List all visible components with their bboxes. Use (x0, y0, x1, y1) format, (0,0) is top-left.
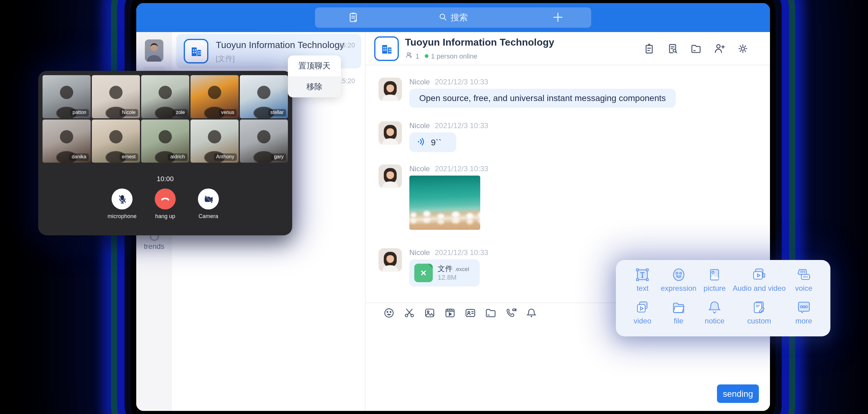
announcement-icon[interactable] (643, 42, 655, 55)
sender-avatar[interactable] (378, 164, 402, 188)
emoji-icon[interactable] (383, 307, 395, 319)
microphone-button[interactable]: microphone (100, 189, 144, 219)
participant-name: aldrich (168, 153, 187, 161)
panel-item-notice[interactable]: notice (696, 299, 733, 332)
chat-subtitle: 1 1 person online (405, 51, 477, 60)
sender-name: Nicole (409, 164, 430, 173)
company-avatar (374, 36, 399, 61)
message-time: 2021/12/3 10:33 (435, 164, 489, 173)
file-bubble[interactable]: 文件 .excel 12.8M (409, 259, 479, 286)
send-button[interactable]: sending (717, 384, 759, 403)
participant-name: patton (70, 109, 89, 117)
notification-icon[interactable] (525, 307, 537, 319)
panel-item-video[interactable]: video (624, 299, 660, 332)
participant-tile[interactable]: venus (190, 75, 239, 118)
participant-tile[interactable]: stellar (240, 75, 288, 118)
hang-up-icon (155, 189, 176, 210)
sender-name: Nicole (409, 121, 430, 130)
participant-tile[interactable]: danika (42, 120, 91, 163)
sender-avatar[interactable] (378, 77, 402, 101)
participant-name: Nicole (120, 109, 138, 117)
building-icon (189, 44, 204, 59)
panel-item-picture[interactable]: picture (696, 267, 733, 299)
message-type-panel: text expression picture Audio and video (616, 260, 830, 337)
participant-name: stellar (268, 109, 286, 117)
camera-button[interactable]: Camera (187, 189, 230, 219)
add-member-icon[interactable] (713, 42, 725, 55)
image-icon[interactable] (424, 307, 436, 319)
files-icon[interactable] (690, 42, 702, 55)
folder-icon[interactable] (485, 307, 497, 319)
member-count: 1 (415, 52, 419, 59)
menu-item-pin-chat[interactable]: 置顶聊天 (288, 56, 341, 76)
participant-tile[interactable]: aldrich (141, 120, 189, 163)
text-bubble[interactable]: Open source, free, and universal instant… (409, 89, 676, 108)
building-icon (379, 41, 394, 56)
add-button[interactable] (552, 11, 564, 26)
participant-grid: patton Nicole zole venus stellar danika … (42, 75, 288, 163)
hang-up-label: hang up (155, 213, 175, 219)
file-name: 文件 (438, 264, 453, 273)
online-dot (425, 54, 429, 58)
video-call-window: patton Nicole zole venus stellar danika … (38, 71, 292, 235)
participant-name: venus (219, 109, 237, 117)
microphone-label: microphone (107, 213, 136, 219)
panel-item-audio-video[interactable]: Audio and video (733, 267, 786, 299)
sender-avatar[interactable] (378, 248, 402, 272)
message-time: 2021/12/3 10:33 (435, 121, 489, 130)
settings-icon[interactable] (737, 42, 749, 55)
video-call-icon[interactable] (505, 307, 517, 319)
chat-history-icon[interactable] (666, 42, 679, 55)
sender-name: Nicole (409, 77, 430, 86)
panel-item-more[interactable]: more (786, 299, 822, 332)
voice-bubble[interactable]: 9`` (409, 132, 456, 152)
participant-name: Anthony (214, 153, 237, 161)
participant-tile[interactable]: patton (42, 75, 91, 118)
message-voice: Nicole2021/12/3 10:33 9`` (378, 121, 770, 152)
mic-off-icon (112, 189, 132, 210)
chat-title: Tuoyun Information Technology (405, 37, 554, 48)
message-image: Nicole2021/12/3 10:33 (378, 164, 770, 230)
company-avatar (184, 39, 208, 63)
panel-item-expression[interactable]: expression (660, 267, 696, 299)
participant-name: danika (69, 153, 89, 161)
video-icon[interactable] (444, 307, 456, 319)
participant-tile[interactable]: Anthony (190, 120, 239, 163)
message-meta: Nicole2021/12/3 10:33 (409, 121, 488, 131)
panel-item-text[interactable]: text (624, 267, 660, 299)
message-meta: Nicole2021/12/3 10:33 (409, 164, 488, 174)
camera-label: Camera (198, 213, 218, 219)
conversation-preview: [文件] (216, 54, 235, 64)
conversation-title: Tuoyun Information Technology (216, 39, 344, 50)
participant-tile[interactable]: zole (141, 75, 189, 118)
hang-up-button[interactable]: hang up (144, 189, 187, 219)
panel-item-file[interactable]: file (660, 299, 696, 332)
search-icon (438, 12, 447, 23)
my-avatar[interactable] (145, 39, 163, 62)
sender-avatar[interactable] (378, 121, 402, 145)
excel-file-icon (414, 264, 433, 282)
participant-name: zole (174, 109, 187, 117)
panel-item-custom[interactable]: custom (733, 299, 786, 332)
search-bar[interactable]: 搜索 (315, 7, 591, 28)
chat-header: Tuoyun Information Technology 1 1 person… (366, 32, 770, 65)
panel-item-voice[interactable]: voice (786, 267, 822, 299)
participant-name: ernest (120, 153, 138, 161)
contact-card-icon[interactable] (464, 307, 476, 319)
message-meta: Nicole2021/12/3 10:33 (409, 77, 488, 88)
participant-tile[interactable]: ernest (92, 120, 140, 163)
conversation-context-menu: 置顶聊天 移除 (288, 56, 341, 97)
search-placeholder: 搜索 (451, 12, 468, 23)
participant-tile[interactable]: gary (240, 120, 288, 163)
screenshot-icon[interactable] (403, 307, 415, 319)
file-size: 12.8M (438, 274, 469, 282)
search-input[interactable]: 搜索 (315, 7, 591, 28)
top-bar: 搜索 (136, 3, 770, 32)
menu-item-remove[interactable]: 移除 (288, 76, 341, 97)
online-status: 1 person online (431, 52, 477, 59)
camera-off-icon (198, 189, 219, 210)
call-timer: 10:00 (42, 175, 288, 182)
image-message-beach[interactable] (409, 176, 480, 230)
participant-tile[interactable]: Nicole (92, 75, 140, 118)
message-meta: Nicole2021/12/3 10:33 (409, 248, 488, 258)
